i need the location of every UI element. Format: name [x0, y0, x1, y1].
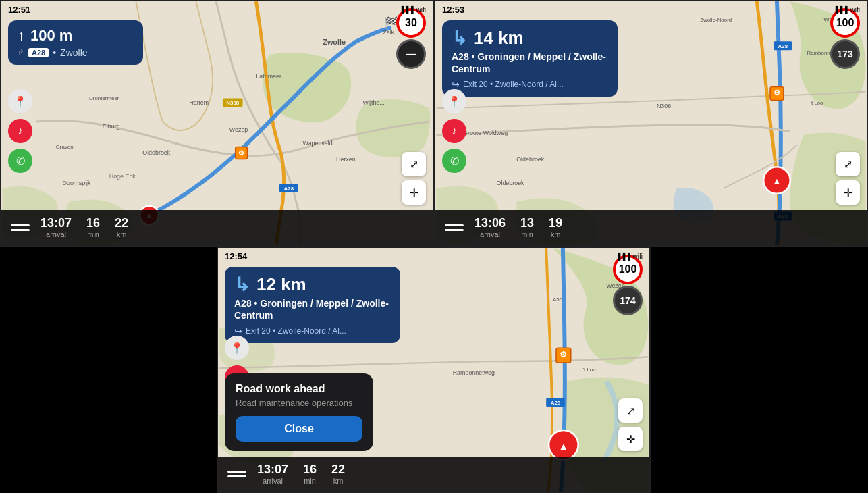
- sidebar-tr: 📍 ♪ ✆: [442, 89, 466, 173]
- svg-text:⚙: ⚙: [238, 149, 244, 157]
- bottom-bar-tl: 13:07 arrival 16 min 22 km: [1, 210, 433, 245]
- nav-distance-tl: 100 m: [30, 27, 72, 45]
- duration-stat-tl: 16 min: [86, 217, 100, 238]
- roadwork-popup: Road work ahead Road maintenance operati…: [225, 373, 373, 451]
- nav-distance-tr: 14 km: [474, 28, 524, 49]
- duration-label-bc: min: [304, 477, 316, 485]
- nav-road-tl: ↱ A28 • Zwolle: [18, 47, 134, 58]
- menu-btn-tr[interactable]: [445, 218, 464, 237]
- arrival-label-bc: arrival: [263, 477, 283, 485]
- music-btn-tr[interactable]: ♪: [442, 119, 466, 143]
- exit-icon-bc: ↪: [234, 326, 242, 336]
- nav-city-tl: •: [53, 47, 56, 58]
- bottom-bar-tr: 13:06 arrival 13 min 19 km: [435, 210, 867, 245]
- location-btn-tr[interactable]: 📍: [442, 89, 466, 113]
- nav-sub-tr: ↪ Exit 20 • Zwolle-Noord / Al...: [452, 79, 608, 90]
- svg-text:Oldebroek: Oldebroek: [516, 156, 545, 163]
- status-bar-tr: 12:53 ▐▐▐ wifi: [435, 1, 867, 18]
- distance-label-tl: km: [117, 230, 127, 238]
- svg-text:Elburg: Elburg: [103, 123, 120, 130]
- sidebar-tl: 📍 ♪ ✆: [8, 89, 32, 173]
- svg-text:Groote Woldweg: Groote Woldweg: [463, 130, 508, 136]
- distance-value-tr: 19: [549, 217, 562, 229]
- nav-direction-bc: ↳: [234, 274, 250, 296]
- nav-box-bc: ↳ 12 km A28 • Groningen / Meppel / Zwoll…: [225, 267, 400, 343]
- arrival-stat-tl: 13:07 arrival: [40, 217, 72, 238]
- duration-stat-tr: 13 min: [520, 217, 534, 238]
- menu-line-2-tl: [11, 229, 30, 231]
- svg-text:Wijthe...: Wijthe...: [363, 99, 385, 106]
- svg-text:A28: A28: [284, 186, 294, 192]
- duration-value-tr: 13: [520, 217, 534, 229]
- signal-icon-tl: ▐▐▐: [399, 6, 413, 14]
- nav-box-tl: ↑ 100 m ↱ A28 • Zwolle: [8, 20, 143, 65]
- svg-text:Wapenveld: Wapenveld: [303, 140, 333, 147]
- nav-arrow-tl: ↑: [18, 27, 25, 45]
- menu-line-2-bc: [227, 475, 246, 477]
- svg-text:Latt.meer: Latt.meer: [256, 73, 281, 80]
- svg-text:Doornspijk: Doornspijk: [63, 180, 92, 186]
- roadwork-close-button[interactable]: Close: [236, 416, 362, 442]
- time-bc: 12:54: [225, 251, 247, 261]
- svg-text:Hoge Enk: Hoge Enk: [109, 173, 136, 180]
- nav-sub-bc: ↪ Exit 20 • Zwolle-Noord / Al...: [234, 326, 391, 336]
- svg-text:Wezep: Wezep: [229, 126, 248, 133]
- expand-btn-tl[interactable]: ⤢: [402, 152, 426, 176]
- arrival-value-bc: 13:07: [257, 463, 288, 475]
- expand-btn-tr[interactable]: ⤢: [836, 152, 860, 176]
- svg-text:⚙: ⚙: [560, 350, 567, 359]
- duration-label-tr: min: [521, 230, 533, 238]
- bottom-bar-bc: 13:07 arrival 16 min 22 km: [218, 457, 649, 492]
- svg-text:Hattem: Hattem: [189, 99, 209, 106]
- nav-road-badge-tl: A28: [28, 48, 49, 57]
- svg-text:A28: A28: [551, 400, 561, 406]
- signal-icon-tr: ▐▐▐: [833, 6, 847, 14]
- menu-line-1-tr: [445, 224, 464, 226]
- map-controls-tl: ⤢ ✛: [402, 152, 426, 205]
- svg-text:Zalk: Zalk: [383, 29, 394, 36]
- music-btn-tl[interactable]: ♪: [8, 119, 32, 143]
- svg-text:N308: N308: [226, 100, 240, 106]
- distance-value-bc: 22: [331, 463, 345, 475]
- location-btn-tl[interactable]: 📍: [8, 89, 32, 113]
- exit-icon-tr: ↪: [452, 79, 460, 90]
- screen-top-right: ▲ ⚙ Groote Woldweg Oldebroek Oldebroek N…: [434, 0, 868, 246]
- compass-btn-bc[interactable]: ✛: [618, 427, 643, 451]
- svg-text:Drontermeer: Drontermeer: [89, 95, 119, 101]
- expand-btn-bc[interactable]: ⤢: [618, 398, 643, 423]
- screen-bottom-center: ⚙ ▲ Rambonnetweg A56 Wezep 't Loo A28 A5…: [217, 246, 651, 493]
- svg-text:Zwolle-Noord: Zwolle-Noord: [700, 17, 732, 23]
- location-btn-bc[interactable]: 📍: [225, 336, 249, 360]
- screen-top-left: ▲ 🏁 ⚙ Elburg Oldebroek Doornspijk Hoge E…: [0, 0, 434, 246]
- svg-text:A56: A56: [553, 296, 563, 303]
- roadwork-subtitle: Road maintenance operations: [236, 398, 362, 408]
- menu-line-1-bc: [227, 471, 246, 473]
- svg-text:A28: A28: [778, 43, 788, 49]
- svg-text:'t Loo: 't Loo: [583, 367, 597, 373]
- phone-btn-tr[interactable]: ✆: [442, 149, 466, 173]
- time-tr: 12:53: [442, 5, 464, 15]
- arrival-stat-tr: 13:06 arrival: [474, 217, 506, 238]
- svg-text:Graven.: Graven.: [56, 144, 75, 150]
- signal-icon-bc: ▐▐▐: [616, 253, 630, 260]
- compass-btn-tl[interactable]: ✛: [402, 180, 426, 205]
- phone-btn-tl[interactable]: ✆: [8, 149, 32, 173]
- time-tl: 12:51: [8, 5, 30, 15]
- speed-current-bc: 174: [613, 286, 643, 315]
- compass-btn-tr[interactable]: ✛: [836, 180, 860, 205]
- arrival-stat-bc: 13:07 arrival: [257, 463, 288, 485]
- speed-current-tr: 173: [830, 39, 860, 69]
- menu-btn-tl[interactable]: [11, 218, 30, 237]
- menu-line-2-tr: [445, 229, 464, 231]
- svg-text:N306: N306: [657, 103, 671, 109]
- distance-label-bc: km: [333, 477, 344, 485]
- svg-text:Oldebroek: Oldebroek: [497, 180, 525, 186]
- nav-distance-bc: 12 km: [256, 274, 306, 295]
- duration-label-tl: min: [87, 230, 99, 238]
- distance-value-tl: 22: [115, 217, 128, 229]
- duration-value-tl: 16: [86, 217, 100, 229]
- svg-text:'t Loo: 't Loo: [810, 100, 823, 106]
- svg-text:Zwolle: Zwolle: [323, 38, 346, 46]
- roadwork-title: Road work ahead: [236, 383, 362, 395]
- menu-btn-bc[interactable]: [227, 465, 246, 484]
